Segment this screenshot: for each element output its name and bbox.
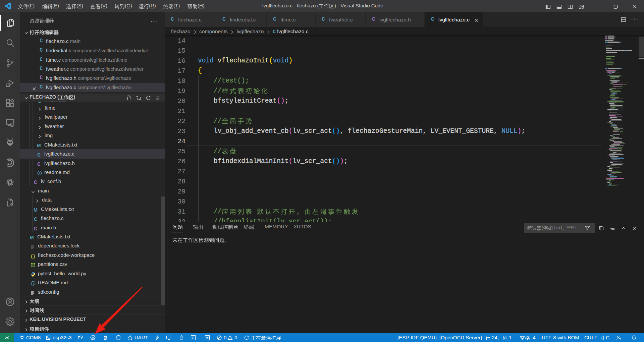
svg-text:C: C	[34, 216, 37, 222]
svg-text:M: M	[34, 207, 38, 213]
svg-text:C: C	[37, 152, 41, 158]
svg-text:C: C	[34, 179, 37, 185]
svg-text:i: i	[39, 171, 40, 175]
svg-text:i: i	[33, 282, 34, 285]
svg-text:C: C	[37, 161, 41, 167]
svg-text:C: C	[34, 226, 37, 232]
svg-text:M: M	[30, 235, 34, 240]
svg-text:M: M	[37, 143, 41, 148]
svg-text:{}: {}	[31, 254, 35, 259]
